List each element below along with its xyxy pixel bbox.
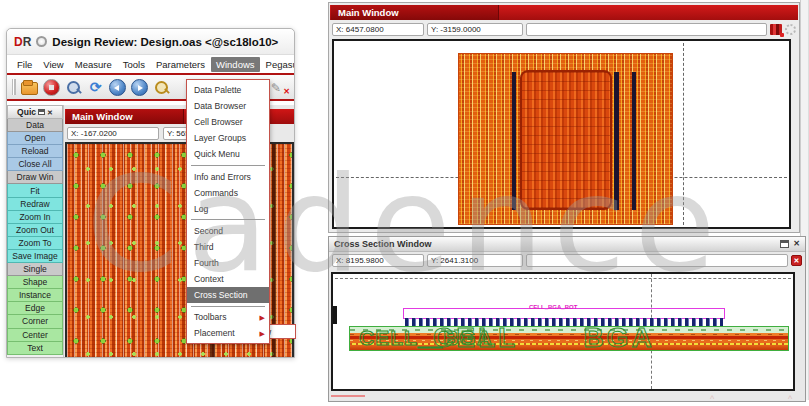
markup-delete-icon[interactable] (271, 78, 288, 95)
windows-menu-item-data-palette[interactable]: Data Palette (187, 82, 269, 98)
submenu-arrow-icon: ▶ (260, 330, 265, 337)
tab-label: Main Window (72, 111, 133, 122)
quick-close-all[interactable]: Close All (7, 158, 63, 171)
windows-menu: Data PaletteData BrowserCell BrowserLaye… (186, 79, 270, 344)
command-field[interactable] (526, 254, 788, 267)
chip-dark-bar (632, 72, 636, 210)
menu-file[interactable]: File (12, 57, 37, 72)
scroll-thumb[interactable] (331, 395, 365, 397)
quick-zoom-in[interactable]: Zoom In (7, 211, 63, 224)
quick-data[interactable]: Data (7, 119, 63, 132)
cell-bga-label-front: CELL BGA (433, 323, 655, 353)
quick-single[interactable]: Single (7, 263, 63, 276)
record-stop-icon[interactable] (43, 79, 60, 96)
stamp-icon[interactable] (770, 24, 782, 35)
coord-x-field[interactable]: X: -167.0200 (67, 127, 159, 140)
edge-marker (333, 306, 337, 324)
coord-x-field[interactable]: X: 6457.0800 (332, 23, 424, 36)
tab-label: Main Window (338, 7, 399, 18)
quick-text[interactable]: Text (7, 342, 63, 355)
menu-separator (191, 219, 265, 220)
menu-bar: FileViewMeasureToolsParametersWindowsPeg… (7, 55, 294, 75)
windows-menu-item-layer-groups[interactable]: Layer Groups (187, 130, 269, 146)
coord-x-value: X: 8195.9800 (336, 256, 384, 265)
quick-fit[interactable]: Fit (7, 184, 63, 197)
layout-canvas-main[interactable] (332, 39, 791, 229)
refresh-icon[interactable] (87, 79, 104, 96)
screen: DR Design Review: Design.oas <@sc18lo10>… (0, 0, 809, 406)
quick-reload[interactable]: Reload (7, 145, 63, 158)
grip-handle (12, 79, 16, 95)
zoom-in-icon[interactable] (153, 79, 170, 96)
delete-icon[interactable]: ✕ (791, 255, 802, 266)
restore-icon[interactable] (780, 240, 789, 248)
menu-pegasus[interactable]: Pegasus (261, 57, 294, 72)
quick-center[interactable]: Center (7, 329, 63, 342)
tab-main-window-right[interactable]: Main Window (331, 5, 499, 20)
windows-menu-item-fourth[interactable]: Fourth (187, 255, 269, 271)
menu-parameters[interactable]: Parameters (151, 57, 210, 72)
nav-back-icon[interactable] (109, 79, 126, 96)
zoom-select-icon[interactable] (65, 79, 82, 96)
windows-menu-item-placement[interactable]: Placement▶ (187, 325, 269, 341)
windows-menu-item-info-and-errors[interactable]: Info and Errors (187, 168, 269, 184)
windows-menu-item-toolbars[interactable]: Toolbars▶ (187, 309, 269, 325)
coordinate-row: X: 6457.0800 Y: -3159.0000 (330, 21, 798, 38)
windows-menu-item-commands[interactable]: Commands (187, 185, 269, 201)
windows-menu-item-cell-browser[interactable]: Cell Browser (187, 114, 269, 130)
quick-zoom-to[interactable]: Zoom To (7, 237, 63, 250)
quick-open[interactable]: Open (7, 132, 63, 145)
menu-windows[interactable]: Windows (211, 57, 260, 72)
main-window-tab-bar: Main Window (330, 5, 798, 20)
windows-menu-item-context[interactable]: Context (187, 271, 269, 287)
cross-section-titlebar[interactable]: Cross Section Window ✕ (329, 237, 805, 252)
coord-y-value: Y: 2641.3100 (431, 256, 478, 265)
windows-menu-item-log[interactable]: Log (187, 201, 269, 217)
menu-measure[interactable]: Measure (70, 57, 117, 72)
windows-menu-item-data-browser[interactable]: Data Browser (187, 98, 269, 114)
app-logo-letter: R (23, 35, 32, 49)
coord-x-field[interactable]: X: 8195.9800 (332, 254, 424, 267)
windows-menu-item-third[interactable]: Third (187, 239, 269, 255)
chip-dark-bar (512, 72, 516, 210)
cross-section-canvas[interactable]: CELL_BGA_BOT CELL__BGA CELL BGA (331, 272, 795, 391)
open-folder-icon[interactable] (21, 82, 38, 95)
scroll-chevron-icon: ^ (710, 394, 714, 404)
quick-edge[interactable]: Edge (7, 302, 63, 315)
chip-dark-bar (614, 72, 619, 210)
gear-icon[interactable] (785, 24, 796, 35)
quick-panel-title: Quic (17, 107, 36, 117)
session-menu-icon[interactable] (36, 36, 47, 47)
quick-redraw[interactable]: Redraw (7, 198, 63, 211)
quick-save-image[interactable]: Save Image (7, 250, 63, 263)
windows-menu-item-second[interactable]: Second (187, 223, 269, 239)
app-logo-icon: DR (14, 36, 31, 48)
main-window-panel: Main Window X: 6457.0800 Y: -3159.0000 (328, 2, 800, 233)
tab-main-window[interactable]: Main Window (66, 109, 184, 124)
windows-menu-item-quick-menu[interactable]: Quick Menu (187, 146, 269, 162)
guide-line-horizontal (335, 278, 791, 279)
window-title: Design Review: Design.oas <@sc18lo10> (52, 36, 278, 48)
menu-tools[interactable]: Tools (118, 57, 150, 72)
quick-draw-win[interactable]: Draw Win (7, 171, 63, 184)
quick-panel-header[interactable]: Quic ✕ (7, 105, 63, 119)
close-panel-icon[interactable]: ✕ (47, 109, 53, 116)
quick-instance[interactable]: Instance (7, 289, 63, 302)
menu-view[interactable]: View (38, 57, 68, 72)
window-titlebar[interactable]: DR Design Review: Design.oas <@sc18lo10> (7, 29, 294, 55)
quick-corner[interactable]: Corner (7, 315, 63, 328)
cross-section-window: Cross Section Window ✕ X: 8195.9800 Y: 2… (328, 236, 806, 402)
quick-panel: Quic ✕ DataOpenReloadClose AllDraw WinFi… (7, 105, 64, 357)
float-panel-icon[interactable] (38, 109, 45, 115)
coord-y-field[interactable]: Y: 2641.3100 (427, 254, 523, 267)
coord-y-field[interactable]: Y: -3159.0000 (427, 23, 523, 36)
quick-zoom-out[interactable]: Zoom Out (7, 224, 63, 237)
command-field[interactable] (526, 23, 767, 36)
nav-forward-icon[interactable] (131, 79, 148, 96)
quick-shape[interactable]: Shape (7, 276, 63, 289)
coordinate-row: X: 8195.9800 Y: 2641.3100 ✕ (329, 252, 805, 269)
windows-menu-item-cross-section[interactable]: Cross Section (187, 287, 269, 303)
close-icon[interactable]: ✕ (793, 240, 800, 248)
chip-layout (458, 53, 673, 225)
menu-separator (191, 306, 265, 307)
